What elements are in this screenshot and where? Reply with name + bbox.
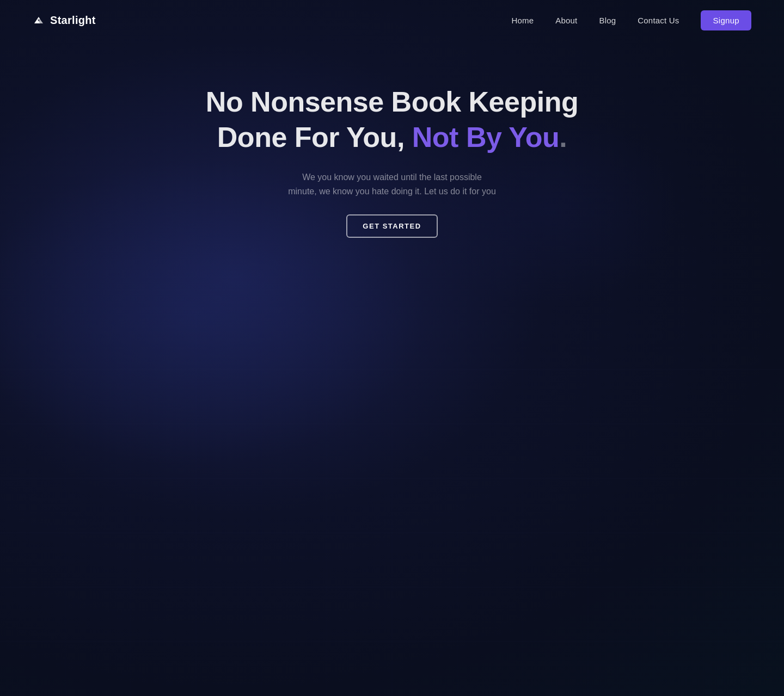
hero-heading-line1: No Nonsense Book Keeping bbox=[206, 86, 578, 118]
hero-subtext-line1: We you know you waited until the last po… bbox=[302, 173, 482, 182]
hero-heading-highlight: Not By You bbox=[412, 121, 559, 153]
nav-about[interactable]: About bbox=[555, 16, 577, 25]
nav-links: Home About Blog Contact Us Signup bbox=[511, 10, 751, 30]
hero-heading: No Nonsense Book Keeping Done For You, N… bbox=[206, 84, 578, 155]
logo-text: Starlight bbox=[50, 14, 96, 27]
hero-subtext-line2: minute, we know you hate doing it. Let u… bbox=[288, 187, 496, 196]
signup-button[interactable]: Signup bbox=[701, 10, 751, 30]
grid-decoration bbox=[0, 315, 784, 696]
nav-blog[interactable]: Blog bbox=[599, 16, 616, 25]
get-started-button[interactable]: GET STARTED bbox=[346, 214, 437, 238]
hero-subtext: We you know you waited until the last po… bbox=[288, 170, 496, 198]
starlight-logo-icon bbox=[33, 15, 45, 27]
navbar: Starlight Home About Blog Contact Us Sig… bbox=[0, 0, 784, 41]
nav-contact[interactable]: Contact Us bbox=[638, 16, 679, 25]
hero-heading-line2: Done For You, Not By You. bbox=[206, 120, 578, 155]
hero-heading-punctuation: . bbox=[559, 121, 567, 153]
hero-heading-line2-plain: Done For You, bbox=[217, 121, 405, 153]
nav-home[interactable]: Home bbox=[511, 16, 534, 25]
logo[interactable]: Starlight bbox=[33, 14, 96, 27]
hero-section: No Nonsense Book Keeping Done For You, N… bbox=[0, 41, 784, 238]
